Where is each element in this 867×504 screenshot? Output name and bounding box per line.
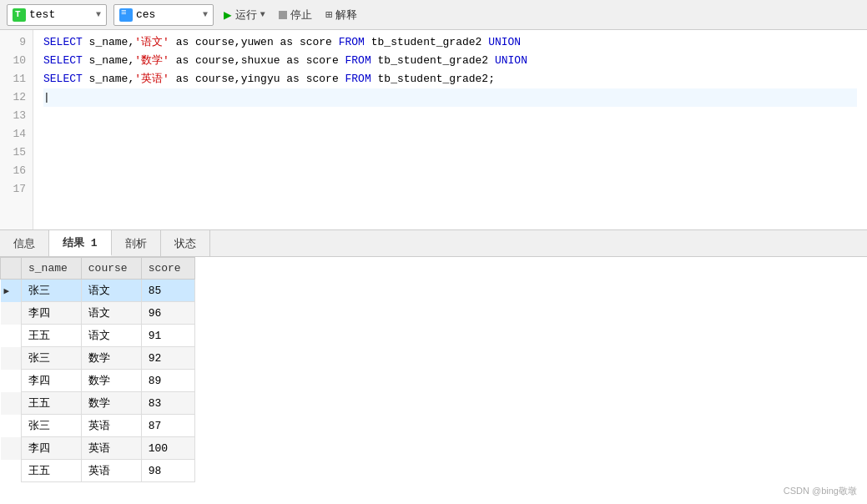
row-indicator <box>1 415 22 437</box>
run-button[interactable]: ▶ 运行 ▼ <box>220 5 269 25</box>
row-indicator <box>1 302 22 325</box>
stop-label: 停止 <box>290 8 312 23</box>
table-name: ces <box>136 8 199 21</box>
db-icon <box>13 8 26 22</box>
row-indicator <box>1 437 22 460</box>
run-dropdown-icon: ▼ <box>260 10 265 19</box>
cell-s_name: 张三 <box>22 347 82 370</box>
row-indicator <box>1 460 22 482</box>
row-indicator <box>1 347 22 370</box>
col-header-score: score <box>141 258 194 280</box>
run-play-icon: ▶ <box>224 7 232 23</box>
db-chevron-icon: ▼ <box>96 10 101 19</box>
table-row[interactable]: ▶张三语文85 <box>1 280 195 302</box>
row-indicator: ▶ <box>1 280 22 302</box>
cell-s_name: 王五 <box>22 460 82 482</box>
db-name: test <box>29 8 93 21</box>
bottom-panel: 信息 结果 1 剖析 状态 s_name course score ▶张三语文8… <box>0 230 867 504</box>
cell-score: 87 <box>141 415 194 437</box>
line-numbers: 9 10 11 12 13 14 15 16 17 <box>0 30 33 229</box>
cell-course: 英语 <box>81 415 141 437</box>
cell-score: 85 <box>141 280 194 302</box>
cell-s_name: 张三 <box>22 280 82 302</box>
tab-status[interactable]: 状态 <box>161 230 210 256</box>
db-selector[interactable]: test ▼ <box>7 4 107 26</box>
cell-s_name: 李四 <box>22 370 82 392</box>
cell-s_name: 张三 <box>22 415 82 437</box>
tab-info[interactable]: 信息 <box>0 230 49 256</box>
table-icon <box>119 8 133 22</box>
explain-label: 解释 <box>335 8 357 23</box>
toolbar: test ▼ ces ▼ ▶ 运行 ▼ 停止 ⊞ 解释 <box>0 0 867 30</box>
explain-button[interactable]: ⊞ 解释 <box>322 6 360 24</box>
tab-profile[interactable]: 剖析 <box>112 230 161 256</box>
col-header-course: course <box>81 258 141 280</box>
table-chevron-icon: ▼ <box>203 10 208 19</box>
cell-score: 92 <box>141 347 194 370</box>
cell-score: 100 <box>141 437 194 460</box>
results-area[interactable]: s_name course score ▶张三语文85李四语文96王五语文91张… <box>0 257 867 504</box>
table-row[interactable]: 王五语文91 <box>1 325 195 347</box>
table-row[interactable]: 王五英语98 <box>1 460 195 482</box>
results-table: s_name course score ▶张三语文85李四语文96王五语文91张… <box>0 257 195 482</box>
table-row[interactable]: 王五数学83 <box>1 392 195 415</box>
editor[interactable]: 9 10 11 12 13 14 15 16 17 SELECT s_name,… <box>0 30 867 230</box>
row-indicator <box>1 370 22 392</box>
explain-icon: ⊞ <box>325 8 332 22</box>
cell-course: 语文 <box>81 325 141 347</box>
cell-course: 语文 <box>81 280 141 302</box>
table-row[interactable]: 李四语文96 <box>1 302 195 325</box>
cell-score: 96 <box>141 302 194 325</box>
cell-score: 89 <box>141 370 194 392</box>
table-row[interactable]: 张三数学92 <box>1 347 195 370</box>
table-row[interactable]: 李四数学89 <box>1 370 195 392</box>
col-header-sname: s_name <box>22 258 82 280</box>
cell-s_name: 李四 <box>22 437 82 460</box>
code-editor[interactable]: SELECT s_name,'语文' as course,yuwen as sc… <box>33 30 867 229</box>
cell-score: 91 <box>141 325 194 347</box>
cell-course: 数学 <box>81 392 141 415</box>
cell-score: 83 <box>141 392 194 415</box>
row-indicator <box>1 325 22 347</box>
cell-course: 英语 <box>81 437 141 460</box>
cell-course: 语文 <box>81 302 141 325</box>
tab-results[interactable]: 结果 1 <box>49 230 112 256</box>
stop-button[interactable]: 停止 <box>275 6 315 24</box>
table-row[interactable]: 张三英语87 <box>1 415 195 437</box>
table-row[interactable]: 李四英语100 <box>1 437 195 460</box>
cell-s_name: 王五 <box>22 392 82 415</box>
cell-course: 数学 <box>81 370 141 392</box>
table-selector[interactable]: ces ▼ <box>113 4 214 26</box>
run-label: 运行 <box>235 8 257 23</box>
stop-square-icon <box>279 11 287 19</box>
cell-s_name: 李四 <box>22 302 82 325</box>
watermark: CSDN @bing敬墩 <box>784 485 857 497</box>
cell-course: 英语 <box>81 460 141 482</box>
cell-score: 98 <box>141 460 194 482</box>
cell-course: 数学 <box>81 347 141 370</box>
main-content: 9 10 11 12 13 14 15 16 17 SELECT s_name,… <box>0 30 867 504</box>
indicator-col-header <box>1 258 22 280</box>
cell-s_name: 王五 <box>22 325 82 347</box>
tabs-bar: 信息 结果 1 剖析 状态 <box>0 230 867 257</box>
row-indicator <box>1 392 22 415</box>
